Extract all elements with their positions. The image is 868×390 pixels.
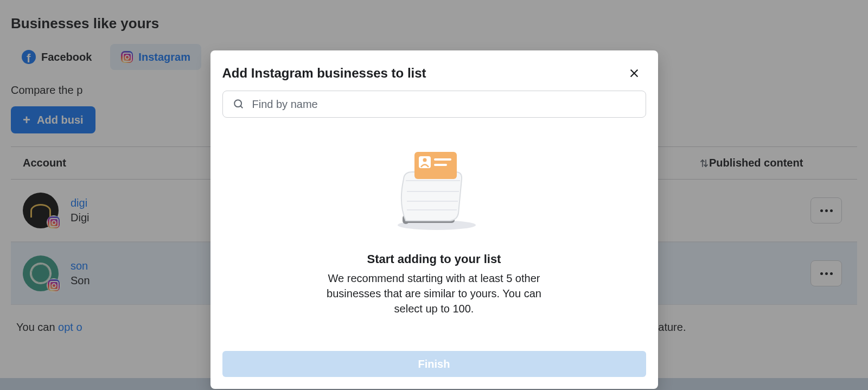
svg-point-6 [423,158,427,162]
svg-rect-5 [419,156,431,168]
empty-state-body: We recommend starting with at least 5 ot… [317,271,551,316]
add-instagram-modal: Add Instagram businesses to list [210,50,658,389]
modal-body: Start adding to your list We recommend s… [210,91,658,389]
close-icon [628,67,640,79]
svg-rect-8 [434,164,447,166]
close-button[interactable] [626,65,643,82]
modal-header: Add Instagram businesses to list [210,50,658,91]
empty-state-title: Start adding to your list [367,252,501,266]
finish-button[interactable]: Finish [222,351,646,377]
search-field-wrapper[interactable] [222,91,646,118]
svg-rect-7 [434,158,451,161]
empty-state-illustration [391,149,477,233]
search-input[interactable] [252,98,636,111]
svg-point-0 [234,100,241,107]
finish-button-label: Finish [418,358,450,370]
modal-overlay[interactable]: Add Instagram businesses to list [0,0,868,390]
search-icon [233,98,245,110]
modal-title: Add Instagram businesses to list [222,66,426,81]
